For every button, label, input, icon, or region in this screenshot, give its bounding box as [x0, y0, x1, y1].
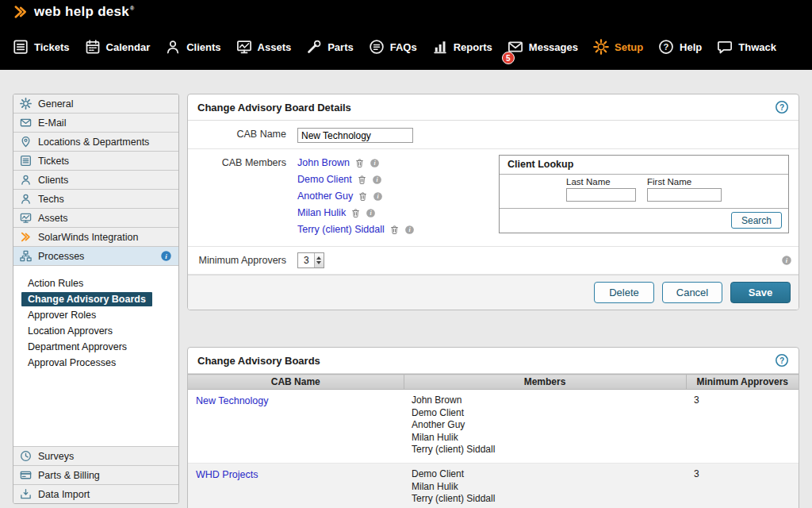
sidebar-item-processes[interactable]: Processesi	[13, 247, 178, 266]
table-row: New TechnologyJohn BrownDemo ClientAnoth…	[188, 390, 799, 464]
sidebar-item-assets[interactable]: Assets	[13, 209, 178, 228]
cab-members-label: CAB Members	[188, 149, 293, 246]
sidebar-item-parts-billing[interactable]: Parts & Billing	[13, 465, 178, 484]
search-button[interactable]: Search	[731, 212, 782, 229]
nav-item-label: Messages	[529, 41, 578, 53]
nav-item-assets[interactable]: Assets	[236, 39, 292, 55]
nav-item-label: Calendar	[106, 41, 151, 53]
sidebar-item-label: Clients	[38, 175, 68, 186]
sidebar-item-tickets[interactable]: Tickets	[13, 152, 178, 171]
cab-list-panel: Change Advisory Boards ? CAB Name Member…	[187, 347, 799, 508]
import-icon	[20, 488, 32, 500]
nav-item-label: FAQs	[390, 41, 417, 53]
sidebar-item-solarwinds-integration[interactable]: SolarWinds Integration	[13, 228, 178, 247]
sidebar-subitem-action-rules[interactable]: Action Rules	[21, 276, 90, 291]
trash-icon[interactable]	[354, 158, 365, 168]
sidebar-subitem-approval-processes[interactable]: Approval Processes	[21, 356, 122, 370]
trash-icon[interactable]	[358, 191, 368, 202]
cab-member-link[interactable]: Another Guy	[297, 190, 353, 202]
cab-member-link[interactable]: Milan Hulik	[297, 207, 346, 218]
faqs-icon	[369, 39, 385, 55]
clock-icon	[20, 450, 32, 462]
nav-item-thwack[interactable]: Thwack	[717, 39, 776, 55]
trash-icon[interactable]	[357, 175, 367, 185]
first-name-input[interactable]	[647, 188, 722, 202]
nav-item-faqs[interactable]: FAQs	[369, 39, 417, 55]
svg-text:?: ?	[779, 356, 784, 365]
processes-icon	[20, 250, 32, 262]
sidebar-item-label: Surveys	[38, 451, 74, 462]
col-header-cab-name: CAB Name	[188, 375, 404, 390]
cab-name-link[interactable]: WHD Projects	[196, 469, 258, 480]
cab-name-cell: WHD Projects	[188, 463, 404, 508]
nav-item-setup[interactable]: Setup	[593, 39, 643, 55]
sidebar-item-e-mail[interactable]: E-Mail	[13, 114, 178, 133]
info-icon[interactable]: i	[370, 158, 380, 168]
cab-name-row: CAB Name	[188, 121, 799, 149]
sidebar-subitem-change-advisory-boards[interactable]: Change Advisory Boards	[21, 292, 152, 306]
sidebar-item-data-import[interactable]: Data Import	[13, 484, 178, 503]
nav-item-calendar[interactable]: Calendar	[85, 39, 151, 55]
sidebar-item-techs[interactable]: Techs	[13, 190, 178, 209]
min-approvers-value: 3	[298, 253, 314, 267]
sidebar-item-label: Techs	[38, 194, 64, 205]
min-approvers-row: Minimum Approvers 3 i	[188, 247, 799, 275]
sidebar-item-clients[interactable]: Clients	[13, 171, 178, 190]
cab-name-cell: New Technology	[188, 390, 404, 464]
delete-button[interactable]: Delete	[594, 282, 654, 303]
cab-member-row: Terry (client) Siddalli	[297, 224, 491, 235]
info-icon[interactable]: i	[373, 191, 383, 202]
info-blue-icon[interactable]: i	[160, 250, 172, 262]
stepper-arrows-icon	[314, 253, 324, 267]
last-name-input[interactable]	[566, 188, 636, 202]
cancel-button[interactable]: Cancel	[662, 282, 722, 303]
nav-item-reports[interactable]: Reports	[432, 39, 492, 55]
cab-name-input[interactable]	[297, 128, 413, 143]
nav-item-tickets[interactable]: Tickets	[13, 39, 70, 55]
nav-item-clients[interactable]: Clients	[165, 39, 220, 55]
cab-member-row: Milan Huliki	[297, 207, 491, 218]
content-area: GeneralE-MailLocations & DepartmentsTick…	[0, 70, 812, 508]
client-lookup-box: Client Lookup Last Name First Name	[499, 155, 789, 233]
info-icon[interactable]: i	[404, 225, 415, 235]
messages-badge: 5	[502, 52, 515, 64]
email-icon	[20, 117, 32, 129]
cab-members-list: John BrowniDemo ClientiAnother GuyiMilan…	[297, 155, 491, 241]
setup-gear-icon	[593, 39, 609, 55]
cab-name-link[interactable]: New Technology	[196, 395, 269, 406]
info-icon[interactable]: i	[372, 175, 382, 185]
min-approvers-stepper[interactable]: 3	[297, 252, 324, 268]
sidebar-item-surveys[interactable]: Surveys	[13, 446, 178, 465]
assets-icon	[236, 39, 252, 55]
logo-bar: web help desk®	[0, 0, 812, 24]
last-name-label: Last Name	[566, 177, 636, 187]
help-icon[interactable]: ?	[775, 353, 789, 368]
cab-member-link[interactable]: John Brown	[297, 157, 350, 168]
cab-member-link[interactable]: Terry (client) Siddall	[297, 224, 385, 235]
nav-item-label: Help	[680, 41, 702, 53]
sidebar-item-general[interactable]: General	[13, 94, 178, 114]
trash-icon[interactable]	[389, 225, 400, 235]
nav-item-parts[interactable]: Parts	[306, 39, 354, 55]
messages-icon-wrap: 5	[508, 39, 523, 55]
nav-item-messages[interactable]: 5Messages	[508, 39, 578, 55]
sidebar-subitem-department-approvers[interactable]: Department Approvers	[21, 340, 133, 354]
person-icon	[20, 193, 32, 205]
sidebar-subitem-location-approvers[interactable]: Location Approvers	[21, 324, 119, 338]
info-icon[interactable]: i	[366, 208, 376, 218]
sidebar-subitem-approver-roles[interactable]: Approver Roles	[21, 308, 102, 322]
cab-member-link[interactable]: Demo Client	[297, 174, 352, 185]
nav-item-label: Parts	[327, 41, 354, 53]
sidebar-item-label: Data Import	[38, 489, 90, 500]
nav-item-help[interactable]: ?Help	[658, 39, 702, 55]
sidebar-item-label: Processes	[38, 251, 84, 262]
ticket-list-icon	[20, 155, 32, 167]
help-icon[interactable]: ?	[775, 100, 789, 114]
col-header-min-approvers: Minimum Approvers	[686, 375, 799, 390]
save-button[interactable]: Save	[730, 282, 791, 303]
info-icon[interactable]: i	[781, 255, 792, 266]
member-line: Milan Hulik	[412, 432, 678, 444]
sidebar-item-locations-departments[interactable]: Locations & Departments	[13, 133, 178, 152]
min-approvers-cell: 3	[686, 463, 799, 508]
trash-icon[interactable]	[350, 208, 361, 218]
